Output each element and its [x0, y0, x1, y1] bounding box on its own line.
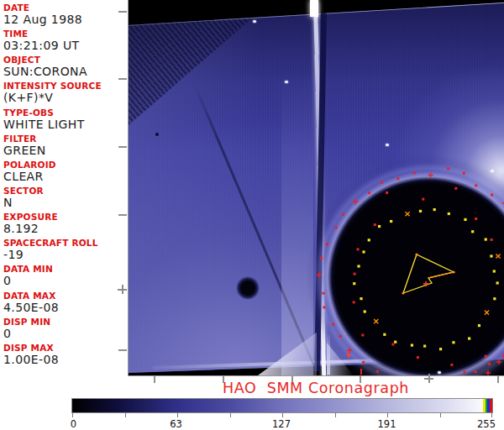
colorbar-tick [335, 413, 336, 417]
axis-tick [118, 11, 127, 13]
field-label: DISP MAX [3, 343, 124, 353]
metadata-field-sector: SECTOR N [3, 186, 124, 212]
field-value: N [3, 196, 124, 209]
colorbar-tick [491, 413, 492, 417]
colorbar-tick [72, 413, 73, 417]
axis-tick [118, 146, 127, 148]
colorbar-tick [440, 413, 441, 417]
colorbar-label: 191 [378, 418, 396, 430]
metadata-field-disp-max: DISP MAX 1.00E-08 [3, 343, 124, 369]
colorbar-tick [387, 413, 388, 417]
metadata-field-data-max: DATA MAX 4.50E-08 [3, 291, 124, 317]
field-value: -19 [3, 248, 124, 261]
field-value: SUN:CORONA [3, 65, 124, 78]
field-value: 1.00E-08 [3, 353, 124, 366]
metadata-sidebar: DATE 12 Aug 1988 TIME 03:21:09 UT OBJECT… [0, 0, 124, 376]
field-value: 0 [3, 327, 124, 340]
intensity-colorbar [71, 398, 493, 413]
field-label: POLAROID [3, 160, 124, 170]
metadata-field-exposure: EXPOSURE 8.192 [3, 212, 124, 238]
field-value: 0 [3, 274, 124, 287]
field-label: DATA MAX [3, 291, 124, 301]
axis-tick [118, 78, 127, 80]
field-label: TIME [3, 29, 124, 39]
field-label: SPACECRAFT ROLL [3, 238, 124, 248]
field-value: 03:21:09 UT [3, 39, 124, 52]
frame-border-left [128, 0, 129, 376]
field-label: FILTER [3, 134, 124, 144]
colorbar-stripe-red [490, 399, 492, 412]
metadata-field-disp-min: DISP MIN 0 [3, 317, 124, 343]
frame-border-bottom [128, 375, 504, 376]
metadata-field-type-obs: TYPE-OBS WHITE LIGHT [3, 108, 124, 134]
metadata-field-date: DATE 12 Aug 1988 [3, 3, 124, 29]
fiducial-overlay [128, 0, 504, 375]
metadata-field-data-min: DATA MIN 0 [3, 264, 124, 290]
metadata-field-time: TIME 03:21:09 UT [3, 29, 124, 55]
field-label: DATE [3, 3, 124, 13]
field-value: GREEN [3, 144, 124, 157]
colorbar-labels: 0 63 127 191 255 [72, 418, 492, 429]
metadata-field-spacecraft-roll: SPACECRAFT ROLL -19 [3, 238, 124, 264]
colorbar-label: 0 [71, 418, 76, 430]
metadata-field-filter: FILTER GREEN [3, 134, 124, 160]
colorbar-tick [282, 413, 283, 417]
field-value: (K+F)*V [3, 91, 124, 104]
smm-coronagraph-display-window: DATE 12 Aug 1988 TIME 03:21:09 UT OBJECT… [0, 0, 504, 430]
field-label: DATA MIN [3, 264, 124, 274]
field-value: WHITE LIGHT [3, 118, 124, 131]
axis-tick [118, 349, 127, 351]
field-value: 4.50E-08 [3, 301, 124, 314]
colorbar-label: 63 [170, 418, 182, 430]
field-label: TYPE-OBS [3, 108, 124, 118]
colorbar-tick [230, 413, 231, 417]
field-label: EXPOSURE [3, 212, 124, 222]
axis-tick [118, 214, 127, 216]
display-title: HAO SMM Coronagraph [128, 380, 504, 396]
field-value: CLEAR [3, 170, 124, 183]
image-display-area[interactable] [128, 0, 504, 375]
metadata-field-intensity-source: INTENSITY SOURCE (K+F)*V [3, 81, 124, 107]
field-value: 8.192 [3, 222, 124, 235]
field-label: SECTOR [3, 186, 124, 196]
colorbar-tick [125, 413, 126, 417]
field-label: OBJECT [3, 55, 124, 65]
colorbar-label: 255 [477, 418, 496, 430]
metadata-field-object: OBJECT SUN:CORONA [3, 55, 124, 81]
crosshair-marker [118, 285, 127, 294]
field-label: DISP MIN [3, 317, 124, 327]
field-label: INTENSITY SOURCE [3, 81, 124, 91]
metadata-field-polaroid: POLAROID CLEAR [3, 160, 124, 186]
colorbar-label: 127 [272, 418, 291, 430]
colorbar-tick [177, 413, 178, 417]
field-value: 12 Aug 1988 [3, 13, 124, 26]
